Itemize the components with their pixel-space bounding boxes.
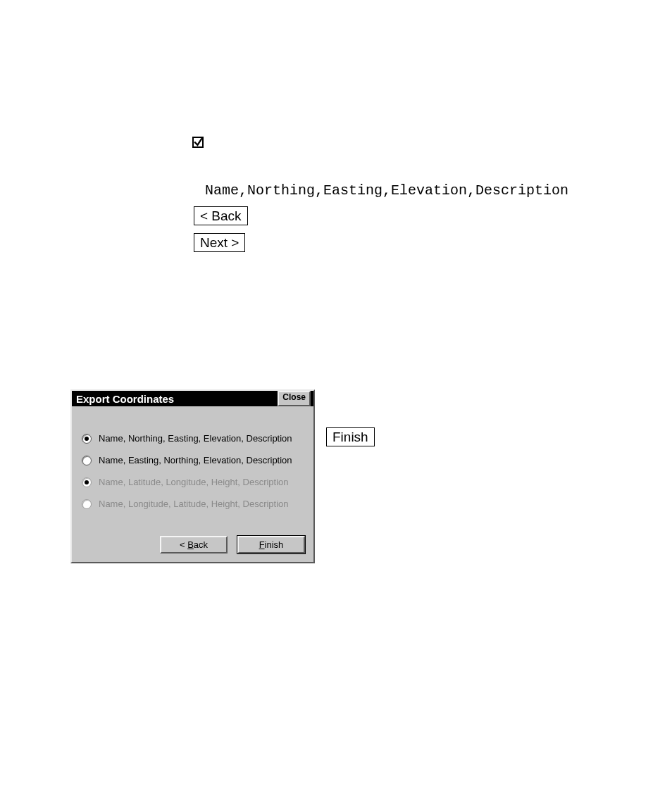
radio-icon xyxy=(82,477,92,487)
document-page: Name,Northing,Easting,Elevation,Descript… xyxy=(0,0,672,807)
column-order-option[interactable]: Name, Northing, Easting, Elevation, Desc… xyxy=(82,433,304,444)
next-button[interactable]: Next > xyxy=(194,233,245,252)
dialog-title: Export Coordinates xyxy=(76,393,174,405)
column-order-option[interactable]: Name, Easting, Northing, Elevation, Desc… xyxy=(82,455,304,465)
close-button[interactable]: Close xyxy=(278,391,311,406)
radio-icon xyxy=(82,456,92,465)
option-label: Name, Latitude, Longitude, Height, Descr… xyxy=(99,477,289,487)
export-coordinates-dialog: Export Coordinates Close Name, Northing,… xyxy=(70,389,315,563)
dialog-body: Name, Northing, Easting, Elevation, Desc… xyxy=(72,406,313,529)
header-row-checkbox xyxy=(192,137,204,148)
option-label: Name, Northing, Easting, Elevation, Desc… xyxy=(99,433,292,444)
radio-icon xyxy=(82,499,92,509)
dialog-finish-button[interactable]: Finish xyxy=(237,536,305,553)
back-button[interactable]: < Back xyxy=(194,206,248,225)
dialog-back-button[interactable]: < Back xyxy=(160,536,228,553)
column-order-option: Name, Longitude, Latitude, Height, Descr… xyxy=(82,499,304,509)
column-order-option: Name, Latitude, Longitude, Height, Descr… xyxy=(82,477,304,487)
option-label: Name, Longitude, Latitude, Height, Descr… xyxy=(99,499,289,509)
finish-button[interactable]: Finish xyxy=(326,427,375,446)
header-sample-text: Name,Northing,Easting,Elevation,Descript… xyxy=(205,182,568,199)
radio-icon xyxy=(82,434,92,444)
option-label: Name, Easting, Northing, Elevation, Desc… xyxy=(99,455,292,465)
dialog-footer: < Back Finish xyxy=(72,529,313,562)
check-icon xyxy=(193,137,204,147)
dialog-titlebar: Export Coordinates Close xyxy=(72,391,313,406)
